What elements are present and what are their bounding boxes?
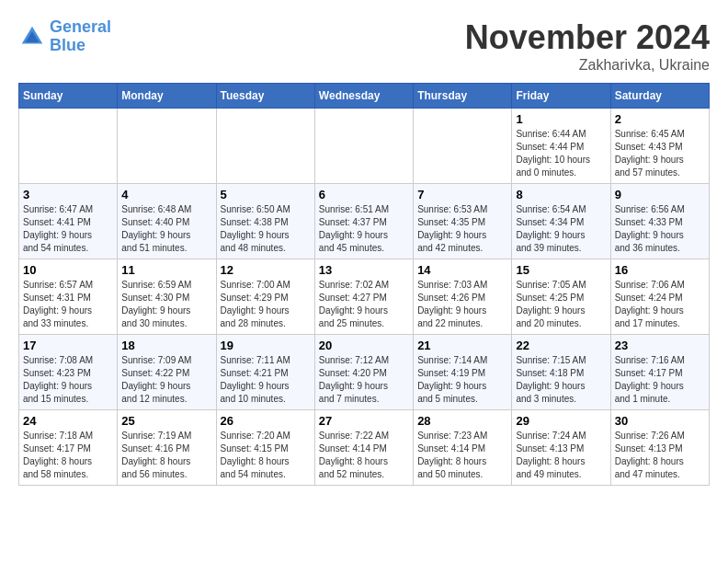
calendar-table: SundayMondayTuesdayWednesdayThursdayFrid… (18, 83, 710, 486)
calendar-cell: 6Sunrise: 6:51 AM Sunset: 4:37 PM Daylig… (314, 184, 413, 259)
week-row-3: 10Sunrise: 6:57 AM Sunset: 4:31 PM Dayli… (19, 259, 710, 335)
day-number: 28 (417, 414, 507, 428)
day-info: Sunrise: 7:24 AM Sunset: 4:13 PM Dayligh… (516, 430, 606, 481)
calendar-cell: 14Sunrise: 7:03 AM Sunset: 4:26 PM Dayli… (414, 259, 512, 335)
title-block: November 2024 Zakharivka, Ukraine (465, 18, 710, 74)
day-info: Sunrise: 6:54 AM Sunset: 4:34 PM Dayligh… (516, 203, 606, 255)
calendar-cell: 29Sunrise: 7:24 AM Sunset: 4:13 PM Dayli… (512, 410, 610, 486)
logo-text: General Blue (50, 18, 111, 55)
calendar-cell: 9Sunrise: 6:56 AM Sunset: 4:33 PM Daylig… (610, 184, 709, 259)
day-number: 19 (221, 339, 311, 352)
day-number: 22 (516, 339, 606, 352)
calendar-cell: 4Sunrise: 6:48 AM Sunset: 4:40 PM Daylig… (118, 184, 216, 259)
day-info: Sunrise: 6:48 AM Sunset: 4:40 PM Dayligh… (121, 203, 211, 255)
logo-line2: Blue (50, 36, 85, 54)
weekday-header-sunday: Sunday (19, 84, 118, 109)
month-title: November 2024 (465, 18, 710, 57)
calendar-cell: 28Sunrise: 7:23 AM Sunset: 4:14 PM Dayli… (414, 410, 512, 486)
day-number: 25 (121, 414, 211, 428)
day-info: Sunrise: 7:23 AM Sunset: 4:14 PM Dayligh… (417, 430, 507, 481)
day-number: 30 (615, 414, 705, 428)
week-row-1: 1Sunrise: 6:44 AM Sunset: 4:44 PM Daylig… (19, 109, 710, 184)
calendar-cell: 15Sunrise: 7:05 AM Sunset: 4:25 PM Dayli… (512, 259, 610, 335)
weekday-header-tuesday: Tuesday (216, 84, 314, 109)
day-info: Sunrise: 7:26 AM Sunset: 4:13 PM Dayligh… (615, 430, 705, 481)
day-info: Sunrise: 7:18 AM Sunset: 4:17 PM Dayligh… (23, 430, 113, 481)
calendar-cell: 19Sunrise: 7:11 AM Sunset: 4:21 PM Dayli… (216, 335, 314, 410)
day-number: 13 (319, 263, 409, 277)
day-info: Sunrise: 6:50 AM Sunset: 4:38 PM Dayligh… (221, 203, 311, 255)
day-number: 7 (417, 188, 507, 201)
day-number: 17 (23, 339, 113, 352)
day-info: Sunrise: 6:53 AM Sunset: 4:35 PM Dayligh… (417, 203, 507, 255)
day-number: 20 (319, 339, 409, 352)
calendar-cell: 3Sunrise: 6:47 AM Sunset: 4:41 PM Daylig… (19, 184, 118, 259)
weekday-header-row: SundayMondayTuesdayWednesdayThursdayFrid… (19, 84, 710, 109)
day-info: Sunrise: 7:09 AM Sunset: 4:22 PM Dayligh… (121, 354, 211, 406)
calendar-cell: 18Sunrise: 7:09 AM Sunset: 4:22 PM Dayli… (118, 335, 216, 410)
day-number: 26 (221, 414, 311, 428)
logo: General Blue (18, 18, 111, 55)
day-info: Sunrise: 7:08 AM Sunset: 4:23 PM Dayligh… (23, 354, 113, 406)
day-number: 9 (615, 188, 705, 201)
week-row-4: 17Sunrise: 7:08 AM Sunset: 4:23 PM Dayli… (19, 335, 710, 410)
calendar-cell: 17Sunrise: 7:08 AM Sunset: 4:23 PM Dayli… (19, 335, 118, 410)
weekday-header-thursday: Thursday (414, 84, 512, 109)
day-info: Sunrise: 6:59 AM Sunset: 4:30 PM Dayligh… (121, 279, 211, 330)
weekday-header-monday: Monday (118, 84, 216, 109)
day-number: 6 (319, 188, 409, 201)
day-info: Sunrise: 7:05 AM Sunset: 4:25 PM Dayligh… (516, 279, 606, 330)
calendar-cell: 25Sunrise: 7:19 AM Sunset: 4:16 PM Dayli… (118, 410, 216, 486)
day-info: Sunrise: 7:19 AM Sunset: 4:16 PM Dayligh… (121, 430, 211, 481)
calendar-cell: 1Sunrise: 6:44 AM Sunset: 4:44 PM Daylig… (512, 109, 610, 184)
calendar-cell: 22Sunrise: 7:15 AM Sunset: 4:18 PM Dayli… (512, 335, 610, 410)
weekday-header-wednesday: Wednesday (314, 84, 413, 109)
calendar-cell: 16Sunrise: 7:06 AM Sunset: 4:24 PM Dayli… (610, 259, 709, 335)
day-number: 18 (121, 339, 211, 352)
day-number: 29 (516, 414, 606, 428)
calendar-cell: 21Sunrise: 7:14 AM Sunset: 4:19 PM Dayli… (414, 335, 512, 410)
calendar-cell: 7Sunrise: 6:53 AM Sunset: 4:35 PM Daylig… (414, 184, 512, 259)
day-number: 12 (221, 263, 311, 277)
day-info: Sunrise: 7:20 AM Sunset: 4:15 PM Dayligh… (221, 430, 311, 481)
day-number: 15 (516, 263, 606, 277)
day-number: 14 (417, 263, 507, 277)
logo-icon (18, 23, 46, 51)
day-number: 5 (221, 188, 311, 201)
day-info: Sunrise: 7:00 AM Sunset: 4:29 PM Dayligh… (221, 279, 311, 330)
day-info: Sunrise: 6:45 AM Sunset: 4:43 PM Dayligh… (615, 128, 705, 179)
weekday-header-saturday: Saturday (610, 84, 709, 109)
day-info: Sunrise: 6:51 AM Sunset: 4:37 PM Dayligh… (319, 203, 409, 255)
day-number: 3 (23, 188, 113, 201)
weekday-header-friday: Friday (512, 84, 610, 109)
calendar-cell: 24Sunrise: 7:18 AM Sunset: 4:17 PM Dayli… (19, 410, 118, 486)
day-info: Sunrise: 6:47 AM Sunset: 4:41 PM Dayligh… (23, 203, 113, 255)
calendar-cell: 26Sunrise: 7:20 AM Sunset: 4:15 PM Dayli… (216, 410, 314, 486)
day-number: 1 (516, 112, 606, 126)
day-number: 16 (615, 263, 705, 277)
calendar-cell: 13Sunrise: 7:02 AM Sunset: 4:27 PM Dayli… (314, 259, 413, 335)
calendar-cell: 2Sunrise: 6:45 AM Sunset: 4:43 PM Daylig… (610, 109, 709, 184)
calendar-cell: 27Sunrise: 7:22 AM Sunset: 4:14 PM Dayli… (314, 410, 413, 486)
calendar-cell (19, 109, 118, 184)
day-number: 23 (615, 339, 705, 352)
calendar-cell: 5Sunrise: 6:50 AM Sunset: 4:38 PM Daylig… (216, 184, 314, 259)
day-info: Sunrise: 7:02 AM Sunset: 4:27 PM Dayligh… (319, 279, 409, 330)
day-number: 8 (516, 188, 606, 201)
day-info: Sunrise: 7:16 AM Sunset: 4:17 PM Dayligh… (615, 354, 705, 406)
day-info: Sunrise: 7:03 AM Sunset: 4:26 PM Dayligh… (417, 279, 507, 330)
day-info: Sunrise: 7:15 AM Sunset: 4:18 PM Dayligh… (516, 354, 606, 406)
calendar-cell (216, 109, 314, 184)
calendar-cell (314, 109, 413, 184)
calendar-cell: 20Sunrise: 7:12 AM Sunset: 4:20 PM Dayli… (314, 335, 413, 410)
week-row-5: 24Sunrise: 7:18 AM Sunset: 4:17 PM Dayli… (19, 410, 710, 486)
day-number: 24 (23, 414, 113, 428)
day-info: Sunrise: 6:44 AM Sunset: 4:44 PM Dayligh… (516, 128, 606, 179)
calendar-cell (414, 109, 512, 184)
week-row-2: 3Sunrise: 6:47 AM Sunset: 4:41 PM Daylig… (19, 184, 710, 259)
calendar-cell: 10Sunrise: 6:57 AM Sunset: 4:31 PM Dayli… (19, 259, 118, 335)
calendar-cell: 30Sunrise: 7:26 AM Sunset: 4:13 PM Dayli… (610, 410, 709, 486)
day-number: 2 (615, 112, 705, 126)
calendar-cell: 12Sunrise: 7:00 AM Sunset: 4:29 PM Dayli… (216, 259, 314, 335)
logo-line1: General (50, 17, 111, 36)
